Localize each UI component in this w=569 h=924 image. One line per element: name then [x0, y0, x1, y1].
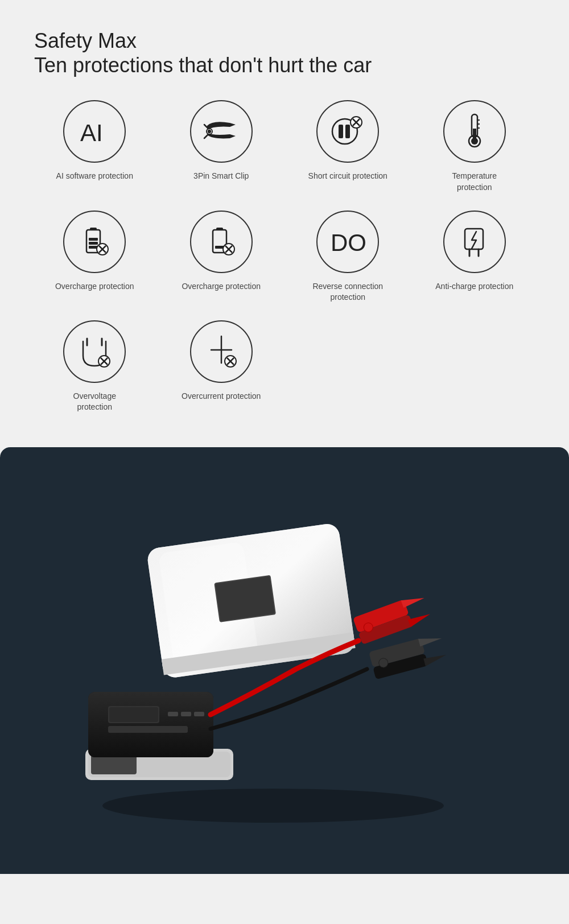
overcharge1-icon-circle	[63, 211, 126, 273]
clip-icon	[201, 114, 241, 148]
overcharge2-icon	[203, 223, 240, 260]
top-section: Safety Max Ten protections that don't hu…	[0, 0, 569, 447]
svg-rect-60	[168, 712, 178, 716]
title-line2: Ten protections that don't hurt the car	[34, 53, 535, 77]
protection-overcharge-1: Overcharge protection	[34, 211, 155, 303]
short-circuit-label: Short circuit protection	[308, 171, 387, 182]
empty-cell-2	[414, 320, 535, 413]
temperature-icon-circle	[443, 100, 506, 163]
overcharge1-label: Overcharge protection	[55, 281, 134, 292]
svg-rect-27	[216, 228, 223, 230]
svg-rect-59	[109, 707, 158, 722]
do-reverse-icon-circle: DO	[316, 211, 379, 273]
protection-overcurrent: Overcurrent protection	[161, 320, 282, 413]
protection-clip: 3Pin Smart Clip	[161, 100, 282, 193]
protection-temperature: Temperature protection	[414, 100, 535, 193]
svg-marker-71	[418, 633, 442, 646]
title-block: Safety Max Ten protections that don't hu…	[34, 28, 535, 77]
empty-cell-1	[287, 320, 409, 413]
short-circuit-icon-circle	[316, 100, 379, 163]
svg-rect-6	[339, 125, 343, 138]
overcurrent-icon	[204, 332, 238, 372]
title-line1: Safety Max	[34, 28, 535, 53]
overvoltage-label: Overvoltage protection	[55, 391, 134, 413]
ai-label: AI software protection	[56, 171, 133, 182]
do-reverse-label: Reverse connection protection	[308, 281, 387, 303]
anti-charge-icon-circle	[443, 211, 506, 273]
clip-icon-circle	[190, 100, 253, 163]
svg-rect-22	[89, 238, 98, 241]
ai-icon-circle: AI	[63, 100, 126, 163]
anti-charge-icon	[456, 223, 493, 260]
overcurrent-label: Overcurrent protection	[182, 391, 261, 402]
svg-rect-61	[181, 712, 191, 716]
icons-grid: AI AI software protection	[34, 100, 535, 413]
protection-overvoltage: Overvoltage protection	[34, 320, 155, 413]
svg-text:DO: DO	[331, 229, 366, 256]
clip-label: 3Pin Smart Clip	[193, 171, 249, 182]
anti-charge-label: Anti-charge protection	[435, 281, 513, 292]
protection-do-reverse: DO Reverse connection protection	[287, 211, 409, 303]
svg-marker-67	[408, 612, 432, 627]
product-visual	[0, 447, 569, 874]
protection-anti-charge: Anti-charge protection	[414, 211, 535, 303]
overvoltage-icon	[75, 333, 114, 370]
svg-text:AI: AI	[80, 119, 103, 146]
protection-overcharge-2: Overcharge protection	[161, 211, 282, 303]
svg-rect-57	[88, 692, 213, 757]
svg-rect-14	[473, 129, 476, 141]
do-reverse-icon: DO	[328, 226, 368, 257]
overcharge2-icon-circle	[190, 211, 253, 273]
temperature-label: Temperature protection	[435, 171, 514, 193]
overcurrent-icon-circle	[190, 320, 253, 383]
svg-rect-19	[90, 228, 97, 230]
svg-rect-55	[91, 754, 137, 774]
svg-rect-21	[89, 242, 98, 245]
overcharge1-icon	[76, 223, 113, 260]
protection-ai: AI AI software protection	[34, 100, 155, 193]
svg-line-4	[204, 134, 208, 138]
short-circuit-icon	[328, 113, 368, 150]
product-photo-section	[0, 447, 569, 874]
overcharge2-label: Overcharge protection	[182, 281, 261, 292]
product-illustration	[57, 476, 512, 845]
overvoltage-icon-circle	[63, 320, 126, 383]
svg-marker-66	[401, 592, 425, 608]
svg-marker-72	[423, 653, 447, 666]
svg-rect-62	[194, 712, 204, 716]
svg-rect-33	[465, 229, 483, 249]
temperature-icon	[460, 112, 489, 151]
svg-point-46	[102, 789, 444, 823]
ai-icon: AI	[77, 117, 112, 146]
svg-rect-63	[108, 726, 188, 733]
svg-point-2	[208, 130, 211, 133]
protection-short-circuit: Short circuit protection	[287, 100, 409, 193]
svg-rect-7	[345, 125, 350, 138]
svg-rect-51	[216, 576, 275, 621]
